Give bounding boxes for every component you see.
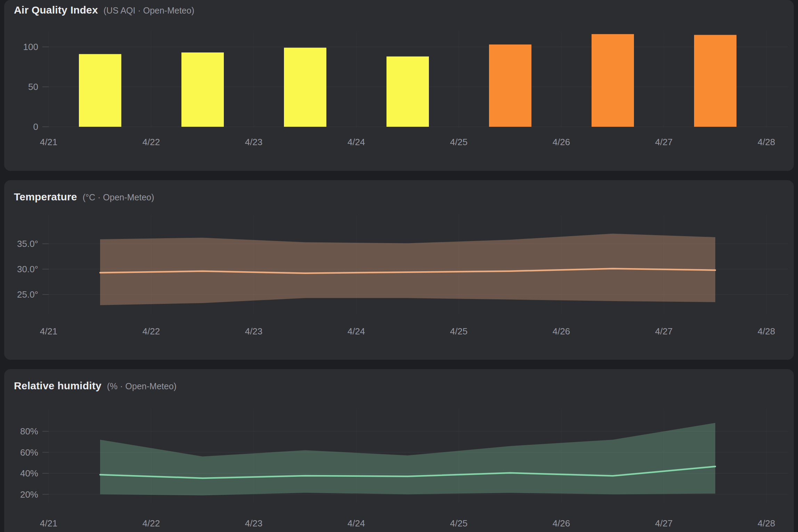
x-tick-label: 4/21 [40, 326, 58, 336]
x-tick-label: 4/27 [655, 326, 673, 336]
x-tick-label: 4/25 [450, 326, 468, 336]
x-tick-label: 4/22 [142, 518, 160, 529]
aqi-panel: Air Quality Index (US AQI · Open-Meteo) … [4, 0, 794, 171]
y-tick-label: 0 [33, 122, 38, 132]
x-tick-label: 4/23 [245, 137, 263, 147]
x-tick-label: 4/26 [553, 518, 570, 529]
temperature-panel: Temperature (°C · Open-Meteo) 25.0°30.0°… [4, 180, 794, 360]
panel-subtitle: (°C · Open-Meteo) [83, 192, 154, 202]
x-tick-label: 4/26 [553, 137, 570, 147]
y-tick-label: 25.0° [17, 289, 38, 300]
y-tick-label: 30.0° [17, 264, 38, 274]
x-tick-label: 4/23 [245, 326, 263, 336]
aqi-panel-header: Air Quality Index (US AQI · Open-Meteo) [14, 4, 194, 16]
x-tick-label: 4/23 [245, 518, 263, 529]
x-tick-label: 4/28 [758, 326, 775, 336]
panel-subtitle: (US AQI · Open-Meteo) [104, 6, 194, 16]
x-tick-label: 4/24 [348, 518, 365, 529]
x-tick-label: 4/24 [348, 137, 365, 147]
aqi-bar [79, 54, 121, 127]
y-tick-label: 35.0° [17, 239, 38, 249]
humidity-panel: Relative humidity (% · Open-Meteo) 20%40… [4, 369, 794, 532]
x-tick-label: 4/25 [450, 518, 468, 529]
humidity-band-chart: 20%40%60%80%4/214/224/234/244/254/264/27… [4, 369, 794, 532]
x-tick-label: 4/21 [40, 518, 58, 529]
x-tick-label: 4/27 [655, 518, 673, 529]
panel-title: Temperature [14, 191, 77, 203]
aqi-bar [694, 35, 736, 127]
panel-subtitle: (% · Open-Meteo) [107, 381, 177, 391]
y-tick-label: 50 [28, 82, 38, 92]
aqi-bar [386, 57, 429, 127]
x-tick-label: 4/27 [655, 137, 673, 147]
y-tick-label: 20% [20, 489, 38, 500]
y-tick-label: 40% [20, 468, 38, 479]
x-tick-label: 4/22 [142, 326, 160, 336]
x-tick-label: 4/22 [142, 137, 160, 147]
x-tick-label: 4/28 [758, 518, 775, 529]
x-tick-label: 4/24 [348, 326, 365, 336]
aqi-bar [284, 48, 326, 127]
temperature-band-chart: 25.0°30.0°35.0°4/214/224/234/244/254/264… [4, 180, 794, 360]
x-tick-label: 4/21 [40, 137, 58, 147]
humidity-panel-header: Relative humidity (% · Open-Meteo) [14, 380, 177, 392]
y-tick-label: 60% [20, 447, 38, 458]
temperature-panel-header: Temperature (°C · Open-Meteo) [14, 191, 154, 203]
panel-title: Air Quality Index [14, 4, 98, 16]
aqi-bar [489, 44, 531, 127]
x-tick-label: 4/26 [553, 326, 570, 336]
y-tick-label: 80% [20, 426, 38, 437]
y-tick-label: 100 [23, 42, 38, 52]
min-max-band [100, 423, 715, 496]
aqi-bar-chart: 0501004/214/224/234/244/254/264/274/28 [4, 0, 794, 171]
aqi-bar [181, 52, 224, 127]
x-tick-label: 4/28 [758, 137, 775, 147]
x-tick-label: 4/25 [450, 137, 468, 147]
panel-title: Relative humidity [14, 380, 101, 392]
aqi-bar [592, 34, 634, 127]
